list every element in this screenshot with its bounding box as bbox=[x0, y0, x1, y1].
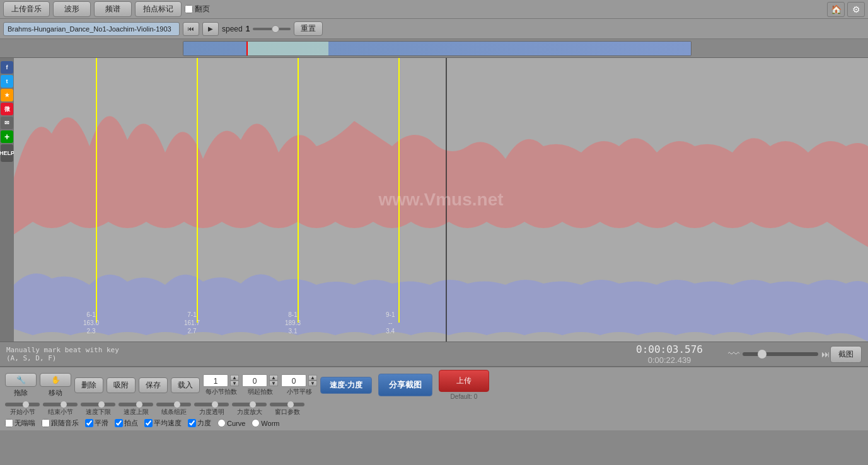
speed-high-slider[interactable] bbox=[119, 403, 153, 406]
bar-shift-up[interactable]: ▲ bbox=[308, 375, 317, 381]
worm-radio-input[interactable] bbox=[252, 419, 260, 427]
screenshot-button[interactable]: 截图 bbox=[830, 346, 862, 363]
weak-beat-down[interactable]: ▼ bbox=[269, 381, 278, 386]
facebook-button[interactable]: f bbox=[1, 61, 13, 74]
help-button[interactable]: HELP bbox=[1, 144, 13, 162]
bar-shift-group: 0 ▲ ▼ 小节平移 bbox=[281, 374, 317, 396]
save-button[interactable]: 保存 bbox=[139, 377, 168, 393]
bottom-row2: 开始小节 结束小节 速度下限 速度上限 绒条组距 力度透明 力度放大 窗口参数 bbox=[5, 403, 863, 416]
attach-button[interactable]: 吸附 bbox=[107, 377, 136, 393]
total-time: 0:00:22.439 bbox=[636, 355, 703, 365]
waveform-svg bbox=[14, 58, 868, 342]
speed-slider[interactable] bbox=[253, 28, 291, 30]
main-area: f t ★ 微 ✉ + HELP bbox=[0, 58, 868, 342]
follow-music-checkbox[interactable] bbox=[42, 419, 50, 427]
avg-speed-checkbox[interactable] bbox=[144, 419, 153, 427]
waveform-main[interactable]: www.Vmus.net 6-1 163.0 2.3 7-1 161.7 2.7… bbox=[14, 58, 868, 342]
drag-button[interactable]: 🔧 bbox=[5, 373, 37, 387]
status-text: Manually mark beat with key (A, S, D, F) bbox=[6, 346, 623, 362]
force-trans-slider[interactable] bbox=[194, 403, 229, 406]
bottom-row1: 🔧 拖除 ✋ 移动 删除 吸附 保存 载入 1 ▲ ▼ 每小节拍数 0 bbox=[5, 370, 863, 400]
share-screenshot-button[interactable]: 分享截图 bbox=[378, 374, 432, 396]
beat-label-1: 6-1 163.0 2.3 bbox=[83, 311, 99, 335]
start-bar-label: 开始小节 bbox=[10, 408, 35, 416]
smooth-checkbox[interactable] bbox=[85, 419, 93, 427]
force-checkbox[interactable] bbox=[188, 419, 196, 427]
weak-beat-value[interactable]: 0 bbox=[242, 374, 267, 387]
window-param-label: 窗口参数 bbox=[275, 408, 300, 416]
flip-checkbox[interactable] bbox=[185, 5, 193, 13]
speed-low-slider[interactable] bbox=[81, 403, 115, 406]
avg-speed-check: 平均速度 bbox=[144, 418, 182, 428]
bottom-controls: 🔧 拖除 ✋ 移动 删除 吸附 保存 载入 1 ▲ ▼ 每小节拍数 0 bbox=[0, 367, 868, 430]
overview-cursor bbox=[246, 42, 248, 55]
speed-force-button[interactable]: 速度-力度 bbox=[320, 377, 372, 394]
file-name-input[interactable]: Brahms-Hungarian_Dance_No1-Joachim-Violi… bbox=[3, 22, 180, 36]
drag-group: 🔧 拖除 bbox=[5, 373, 37, 398]
end-icon[interactable]: ⏭ bbox=[821, 349, 830, 359]
bars-per-beat-row: 1 ▲ ▼ bbox=[203, 374, 239, 387]
social-sidebar: f t ★ 微 ✉ + HELP bbox=[0, 58, 14, 342]
window-param-ctrl: 窗口参数 bbox=[270, 403, 304, 416]
end-bar-slider[interactable] bbox=[43, 403, 78, 406]
beat-point-checkbox[interactable] bbox=[115, 419, 123, 427]
curve-radio-input[interactable] bbox=[217, 419, 226, 427]
load-button[interactable]: 载入 bbox=[171, 377, 200, 393]
playback-slider[interactable] bbox=[743, 352, 818, 356]
beat-label-3: 8-1 189.3 3.1 bbox=[285, 311, 301, 335]
upload-red-button[interactable]: 上传 bbox=[439, 370, 489, 392]
play-button[interactable]: ▶ bbox=[202, 22, 219, 36]
start-bar-slider[interactable] bbox=[5, 403, 40, 406]
beat-marker-4 bbox=[398, 58, 400, 323]
force-zoom-slider[interactable] bbox=[232, 403, 267, 406]
window-param-slider[interactable] bbox=[270, 403, 304, 406]
strings-slider[interactable] bbox=[156, 403, 191, 406]
no-whisper-check: 无嗡嗡 bbox=[5, 418, 35, 428]
waveform-icon: 〰 bbox=[728, 348, 739, 361]
mail-button[interactable]: ✉ bbox=[1, 117, 13, 129]
end-bar-label: 结束小节 bbox=[48, 408, 73, 416]
time-display-group: 0:00:03.576 0:00:22.439 bbox=[636, 343, 703, 365]
rewind-button[interactable]: ⏮ bbox=[183, 22, 199, 36]
beat-marker-button[interactable]: 拍点标记 bbox=[135, 1, 182, 17]
speed-slider-thumb bbox=[272, 25, 279, 33]
weak-beat-up[interactable]: ▲ bbox=[269, 375, 278, 381]
bars-per-beat-down[interactable]: ▼ bbox=[230, 381, 239, 386]
overview-selection bbox=[246, 42, 328, 55]
add-button[interactable]: + bbox=[1, 130, 13, 143]
force-trans-ctrl: 力度透明 bbox=[194, 403, 229, 416]
star-button[interactable]: ★ bbox=[1, 89, 13, 101]
bar-shift-label: 小节平移 bbox=[287, 388, 312, 396]
overview-track[interactable] bbox=[183, 41, 692, 56]
weak-beat-label: 弱起拍数 bbox=[248, 388, 273, 396]
start-bar-ctrl: 开始小节 bbox=[5, 403, 40, 416]
move-group: ✋ 移动 bbox=[40, 373, 71, 398]
strings-ctrl: 绒条组距 bbox=[156, 403, 191, 416]
bars-per-beat-value[interactable]: 1 bbox=[203, 374, 228, 387]
upload-music-button[interactable]: 上传音乐 bbox=[3, 1, 50, 17]
twitter-button[interactable]: t bbox=[1, 75, 13, 88]
speed-low-ctrl: 速度下限 bbox=[81, 403, 115, 416]
speed-value: 1 bbox=[246, 25, 250, 33]
home-icon-btn[interactable]: 🏠 bbox=[827, 2, 845, 17]
reset-button[interactable]: 重置 bbox=[294, 21, 323, 36]
weibo-button[interactable]: 微 bbox=[1, 103, 13, 115]
no-whisper-checkbox[interactable] bbox=[5, 419, 13, 427]
follow-music-check: 跟随音乐 bbox=[42, 418, 79, 428]
status-bar: Manually mark beat with key (A, S, D, F)… bbox=[0, 342, 868, 367]
bar-shift-row: 0 ▲ ▼ bbox=[281, 374, 317, 387]
delete-button[interactable]: 删除 bbox=[74, 377, 103, 393]
settings-icon-btn[interactable]: ⚙ bbox=[847, 2, 865, 17]
bars-per-beat-label: 每小节拍数 bbox=[205, 388, 237, 396]
bar-shift-down[interactable]: ▼ bbox=[308, 381, 317, 386]
force-zoom-label: 力度放大 bbox=[237, 408, 262, 416]
bars-per-beat-up[interactable]: ▲ bbox=[230, 375, 239, 381]
checkbox-row: 无嗡嗡 跟随音乐 平滑 拍点 平均速度 力度 Curve Worm bbox=[5, 418, 863, 428]
beat-marker-3 bbox=[298, 58, 299, 323]
upload-btn-group: 上传 Default: 0 bbox=[439, 370, 489, 400]
bars-per-beat-arrows: ▲ ▼ bbox=[230, 375, 239, 386]
waveform-button[interactable]: 波形 bbox=[53, 1, 91, 17]
move-button[interactable]: ✋ bbox=[40, 373, 71, 387]
frequency-button[interactable]: 频谱 bbox=[94, 1, 132, 17]
bar-shift-value[interactable]: 0 bbox=[281, 374, 306, 387]
